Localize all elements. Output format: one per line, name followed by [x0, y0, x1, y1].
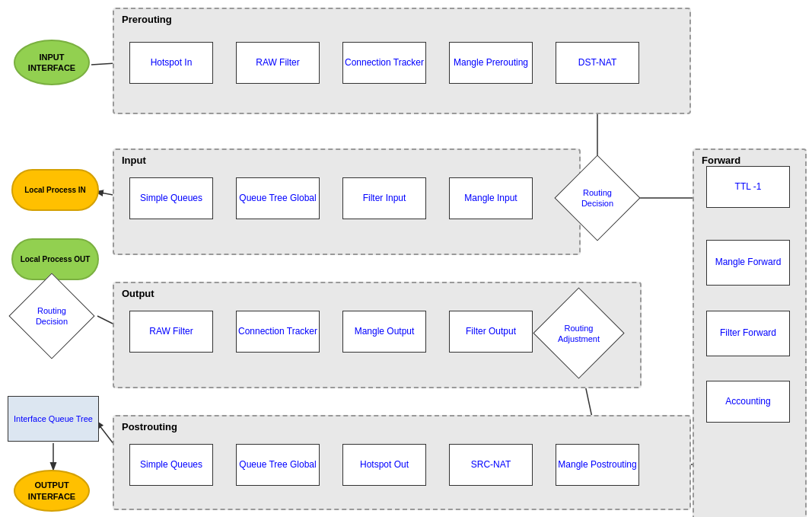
routing-adjustment-wrapper: RoutingAdjustment	[546, 301, 611, 365]
local-process-in-oval: Local Process IN	[11, 169, 99, 211]
accounting-box: Accounting	[706, 381, 790, 423]
mangle-postrouting-label: Mangle Postrouting	[558, 459, 636, 471]
conn-tracker-pre-box: Connection Tracker	[342, 42, 426, 84]
interface-queue-tree-label: Interface Queue Tree	[14, 413, 93, 424]
local-process-out-oval: Local Process OUT	[11, 238, 99, 280]
filter-input-box: Filter Input	[342, 177, 426, 219]
hotspot-in-label: Hotspot In	[151, 57, 193, 69]
output-label: Output	[122, 288, 154, 299]
input-interface-label: INPUT INTERFACE	[28, 52, 75, 74]
routing-decision-1-wrapper: RoutingDecision	[567, 168, 628, 228]
filter-input-label: Filter Input	[363, 193, 406, 205]
queue-tree-global-post-label: Queue Tree Global	[239, 459, 316, 471]
simple-queues-post-box: Simple Queues	[129, 444, 213, 486]
filter-output-box: Filter Output	[449, 311, 533, 353]
conn-tracker-out-box: Connection Tracker	[236, 311, 320, 353]
simple-queues-in-box: Simple Queues	[129, 177, 213, 219]
src-nat-box: SRC-NAT	[449, 444, 533, 486]
local-process-out-label: Local Process OUT	[21, 254, 91, 264]
mangle-input-box: Mangle Input	[449, 177, 533, 219]
mangle-postrouting-box: Mangle Postrouting	[556, 444, 639, 486]
ttl-minus1-label: TTL -1	[735, 181, 762, 193]
filter-output-label: Filter Output	[466, 326, 516, 338]
output-interface-oval: OUTPUT INTERFACE	[14, 470, 90, 512]
forward-label: Forward	[702, 155, 740, 166]
raw-filter-pre-box: RAW Filter	[236, 42, 320, 84]
conn-tracker-pre-label: Connection Tracker	[345, 57, 424, 69]
routing-adjustment-label: RoutingAdjustment	[558, 322, 600, 344]
hotspot-out-label: Hotspot Out	[360, 459, 409, 471]
ttl-minus1-box: TTL -1	[706, 166, 790, 208]
output-interface-label: OUTPUT INTERFACE	[28, 480, 75, 502]
local-process-in-label: Local Process IN	[24, 185, 86, 195]
interface-queue-tree-box: Interface Queue Tree	[8, 396, 99, 442]
input-interface-oval: INPUT INTERFACE	[14, 40, 90, 85]
mangle-output-label: Mangle Output	[355, 326, 415, 338]
diagram: Prerouting Input Output Postrouting Forw…	[0, 0, 812, 517]
hotspot-out-box: Hotspot Out	[342, 444, 426, 486]
dst-nat-box: DST-NAT	[556, 42, 639, 84]
mangle-prerouting-box: Mangle Prerouting	[449, 42, 533, 84]
simple-queues-post-label: Simple Queues	[140, 459, 202, 471]
dst-nat-label: DST-NAT	[578, 57, 616, 69]
routing-decision-2-wrapper: RoutingDecision	[21, 286, 82, 346]
routing-decision-2-label: RoutingDecision	[36, 305, 68, 327]
raw-filter-pre-label: RAW Filter	[256, 57, 300, 69]
mangle-forward-label: Mangle Forward	[715, 257, 782, 269]
queue-tree-global-in-label: Queue Tree Global	[239, 193, 316, 205]
simple-queues-in-label: Simple Queues	[140, 193, 202, 205]
queue-tree-global-post-box: Queue Tree Global	[236, 444, 320, 486]
raw-filter-out-label: RAW Filter	[149, 326, 193, 338]
raw-filter-out-box: RAW Filter	[129, 311, 213, 353]
mangle-output-box: Mangle Output	[342, 311, 426, 353]
filter-forward-box: Filter Forward	[706, 311, 790, 356]
input-label: Input	[122, 155, 146, 166]
conn-tracker-out-label: Connection Tracker	[238, 326, 317, 338]
mangle-input-label: Mangle Input	[464, 193, 517, 205]
queue-tree-global-in-box: Queue Tree Global	[236, 177, 320, 219]
src-nat-label: SRC-NAT	[471, 459, 511, 471]
postrouting-label: Postrouting	[122, 421, 177, 432]
prerouting-label: Prerouting	[122, 14, 172, 25]
mangle-prerouting-label: Mangle Prerouting	[454, 57, 528, 69]
filter-forward-label: Filter Forward	[720, 327, 776, 340]
hotspot-in-box: Hotspot In	[129, 42, 213, 84]
routing-decision-1-label: RoutingDecision	[581, 187, 613, 209]
mangle-forward-box: Mangle Forward	[706, 240, 790, 286]
accounting-label: Accounting	[725, 396, 770, 408]
